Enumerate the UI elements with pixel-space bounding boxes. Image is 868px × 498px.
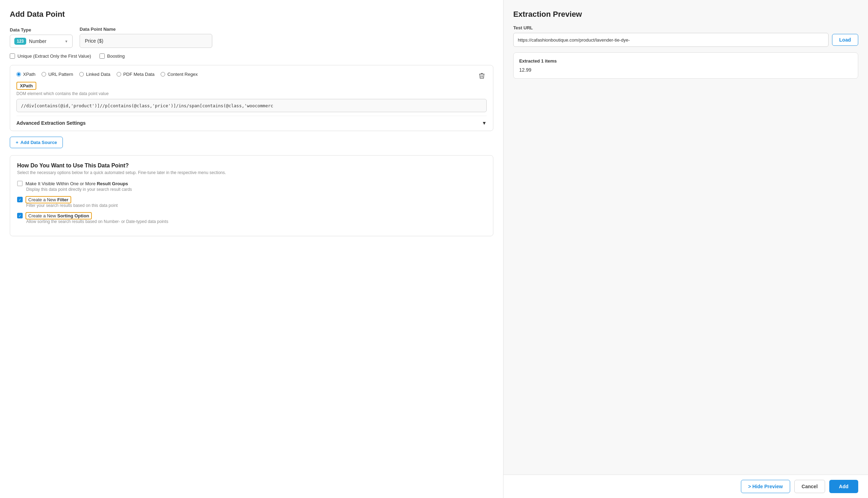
extraction-count: Extracted 1 items [519, 58, 852, 64]
load-button[interactable]: Load [832, 34, 858, 46]
preview-title: Extraction Preview [513, 10, 858, 19]
unique-label-text: Unique (Extract Only the First Value) [17, 53, 91, 59]
sorting-option-title: Create a New Sorting Option [25, 213, 92, 218]
test-url-input[interactable] [513, 33, 829, 47]
usage-card: How Do You Want to Use This Data Point? … [10, 155, 493, 236]
xpath-input[interactable] [16, 99, 487, 112]
add-source-label: Add Data Source [21, 140, 57, 145]
filter-checkbox[interactable]: ✓ [17, 197, 23, 202]
form-top-row: Data Type 123 Number ▼ Data Point Name [10, 27, 493, 48]
sorting-highlighted-label: Create a New Sorting Option [25, 212, 92, 219]
add-data-source-button[interactable]: + Add Data Source [10, 137, 63, 148]
chevron-down-icon: ▼ [65, 39, 68, 43]
url-pattern-radio-text: URL Pattern [48, 72, 73, 77]
xpath-field-section: XPath DOM element which contains the dat… [16, 82, 487, 112]
data-type-group: Data Type 123 Number ▼ [10, 27, 73, 48]
boosting-label-text: Boosting [107, 53, 125, 59]
data-type-select[interactable]: 123 Number ▼ [10, 35, 73, 48]
linked-data-radio-label[interactable]: Linked Data [79, 72, 110, 77]
usage-option-sorting: ✓ Create a New Sorting Option Allow sort… [17, 213, 486, 224]
xpath-radio-text: XPath [23, 72, 35, 77]
data-point-name-input[interactable] [80, 34, 212, 48]
left-panel: Add Data Point Data Type 123 Number ▼ Da… [0, 0, 503, 498]
usage-option-visible-row[interactable]: Make It Visible Within One or More Resul… [17, 181, 486, 186]
sorting-checkbox[interactable]: ✓ [17, 213, 23, 218]
pdf-meta-radio-label[interactable]: PDF Meta Data [117, 72, 155, 77]
source-card: XPath URL Pattern Linked Data PDF Meta D… [10, 65, 493, 131]
filter-option-title: Create a New Filter [25, 197, 71, 202]
url-pattern-radio[interactable] [42, 72, 46, 77]
content-regex-radio-label[interactable]: Content Regex [161, 72, 198, 77]
data-point-name-group: Data Point Name [80, 27, 212, 48]
page-title: Add Data Point [10, 10, 493, 19]
hide-preview-button[interactable]: > Hide Preview [741, 480, 790, 493]
unique-checkbox[interactable] [10, 53, 15, 59]
advanced-settings-label: Advanced Extraction Settings [16, 120, 86, 126]
sorting-option-desc: Allow sorting the search results based o… [26, 219, 486, 224]
xpath-radio-label[interactable]: XPath [16, 72, 35, 77]
content-regex-radio[interactable] [161, 72, 165, 77]
unique-checkbox-label[interactable]: Unique (Extract Only the First Value) [10, 53, 91, 59]
add-source-plus-icon: + [16, 140, 19, 145]
xpath-label: XPath [16, 82, 36, 90]
usage-option-filter: ✓ Create a New Filter Filter your search… [17, 197, 486, 208]
content-regex-radio-text: Content Regex [167, 72, 198, 77]
usage-option-filter-row[interactable]: ✓ Create a New Filter [17, 197, 486, 202]
footer-bar: > Hide Preview Cancel Add [503, 475, 868, 498]
usage-option-sorting-row[interactable]: ✓ Create a New Sorting Option [17, 213, 486, 218]
usage-title: How Do You Want to Use This Data Point? [17, 163, 486, 169]
boosting-checkbox-label[interactable]: Boosting [100, 53, 125, 59]
visible-option-title: Make It Visible Within One or More Resul… [25, 181, 128, 186]
data-type-label: Data Type [10, 27, 73, 33]
data-point-name-label: Data Point Name [80, 27, 212, 32]
xpath-radio[interactable] [16, 72, 21, 77]
visible-checkbox[interactable] [17, 181, 23, 186]
filter-option-desc: Filter your search results based on this… [26, 203, 486, 208]
pdf-meta-radio-text: PDF Meta Data [123, 72, 155, 77]
filter-highlighted-label: Create a New Filter [25, 196, 71, 203]
options-row: Unique (Extract Only the First Value) Bo… [10, 53, 493, 59]
cancel-button[interactable]: Cancel [794, 480, 825, 493]
usage-option-visible: Make It Visible Within One or More Resul… [17, 181, 486, 192]
url-pattern-radio-label[interactable]: URL Pattern [42, 72, 73, 77]
data-type-value: Number [29, 38, 62, 44]
xpath-description: DOM element which contains the data poin… [16, 91, 487, 96]
extraction-method-row: XPath URL Pattern Linked Data PDF Meta D… [16, 72, 487, 82]
test-url-row: Load [513, 33, 858, 47]
extraction-result-card: Extracted 1 items 12.99 [513, 52, 858, 79]
advanced-settings-toggle[interactable]: Advanced Extraction Settings ▼ [16, 116, 487, 127]
right-panel: Extraction Preview Test URL Load Extract… [503, 0, 868, 498]
linked-data-radio[interactable] [79, 72, 84, 77]
delete-source-button[interactable] [477, 72, 487, 81]
test-url-label: Test URL [513, 25, 858, 30]
radio-group: XPath URL Pattern Linked Data PDF Meta D… [16, 72, 477, 77]
boosting-checkbox[interactable] [100, 53, 105, 59]
visible-option-desc: Display this data point directly in your… [26, 187, 486, 192]
data-type-badge: 123 [14, 38, 26, 45]
linked-data-radio-text: Linked Data [86, 72, 110, 77]
advanced-chevron-icon: ▼ [482, 120, 487, 126]
usage-subtitle: Select the necessary options below for a… [17, 170, 486, 175]
add-button[interactable]: Add [829, 480, 858, 493]
extraction-value: 12.99 [519, 67, 852, 73]
pdf-meta-radio[interactable] [117, 72, 121, 77]
